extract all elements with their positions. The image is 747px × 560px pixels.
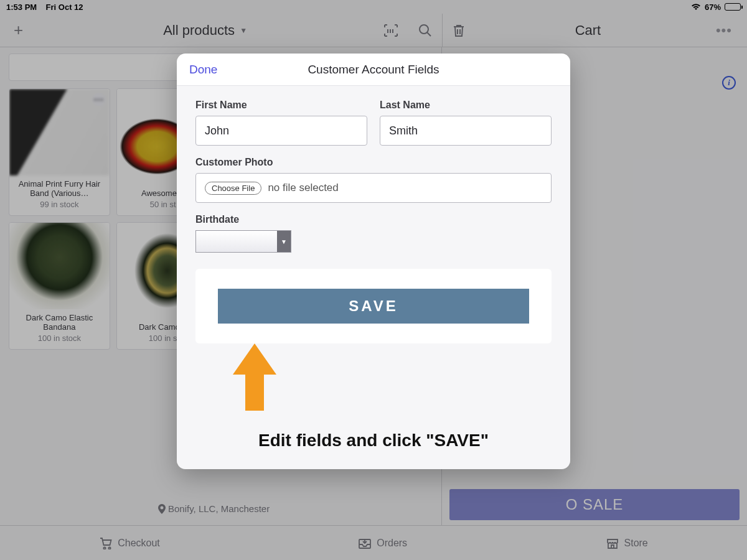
birthdate-label: Birthdate (195, 214, 552, 225)
last-name-input[interactable] (380, 116, 552, 146)
save-panel: SAVE (195, 269, 552, 343)
modal-body: First Name Last Name Customer Photo Choo… (177, 86, 570, 469)
save-button[interactable]: SAVE (218, 289, 529, 324)
save-label: SAVE (349, 297, 398, 315)
annotation-caption: Edit fields and click "SAVE" (195, 431, 552, 450)
file-status: no file selected (268, 182, 338, 194)
customer-fields-modal: Done Customer Account Fields First Name … (177, 54, 570, 469)
first-name-label: First Name (195, 100, 367, 111)
modal-header: Done Customer Account Fields (177, 54, 570, 86)
customer-photo-field[interactable]: Choose File no file selected (195, 173, 552, 203)
birthdate-select[interactable]: ▼ (195, 230, 291, 253)
choose-file-button[interactable]: Choose File (205, 182, 261, 195)
first-name-input[interactable] (195, 116, 367, 146)
last-name-label: Last Name (380, 100, 552, 111)
choose-file-label: Choose File (212, 184, 255, 193)
customer-photo-label: Customer Photo (195, 157, 552, 168)
modal-title: Customer Account Fields (308, 63, 439, 77)
done-button[interactable]: Done (189, 63, 217, 77)
done-label: Done (189, 63, 217, 76)
arrow-annotation (233, 343, 276, 406)
chevron-down-icon: ▼ (277, 231, 291, 252)
